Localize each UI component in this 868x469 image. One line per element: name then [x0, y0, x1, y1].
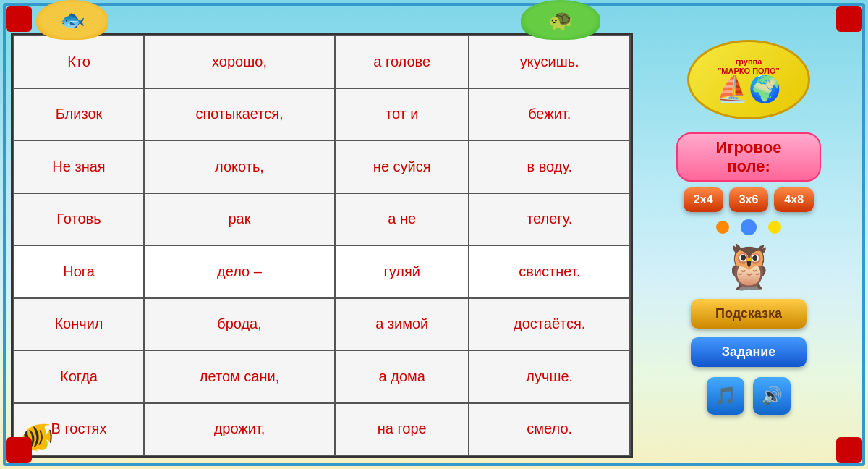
table-cell[interactable]: дрожит, — [144, 403, 335, 456]
table-cell[interactable]: а не — [335, 193, 469, 246]
game-field-label: Игровое поле: — [676, 132, 821, 182]
grid-btn-4x8[interactable]: 4х8 — [774, 187, 814, 212]
top-character-left: 🐟 — [36, 0, 109, 40]
corner-top-right — [836, 6, 862, 32]
volume-icon: 🔊 — [761, 386, 783, 406]
top-character-right: 🐢 — [521, 0, 600, 40]
volume-button[interactable]: 🔊 — [753, 377, 791, 415]
dot-orange — [716, 221, 729, 234]
table-row: Не знаялокоть,не суйсяв воду. — [14, 140, 630, 193]
table-row: Ногадело –гуляйсвистнет. — [14, 245, 630, 298]
music-icon: 🎵 — [715, 386, 736, 406]
table-cell[interactable]: а голове — [335, 35, 469, 88]
table-cell[interactable]: Кончил — [14, 298, 144, 351]
table-row: Готовьрака нетелегу. — [14, 193, 630, 246]
table-cell[interactable]: хорошо, — [144, 35, 335, 88]
table-cell[interactable]: бежит. — [469, 88, 630, 141]
table-cell[interactable]: Кто — [14, 35, 144, 88]
grid-buttons-row: 2х4 3х6 4х8 — [684, 187, 814, 212]
table-cell[interactable]: свистнет. — [469, 245, 630, 298]
table-cell[interactable]: гуляй — [335, 245, 469, 298]
table-cell[interactable]: достаётся. — [469, 298, 630, 351]
main-container: Ктохорошо,а головеукусишь.Близокспотыкае… — [11, 33, 857, 458]
table-cell[interactable]: локоть, — [144, 140, 335, 193]
table-cell[interactable]: тот и — [335, 88, 469, 141]
table-row: Ктохорошо,а головеукусишь. — [14, 35, 630, 88]
task-button[interactable]: Задание — [691, 337, 807, 367]
corner-bottom-left — [6, 437, 32, 463]
table-cell[interactable]: рак — [144, 193, 335, 246]
table-cell[interactable]: летом сани, — [144, 350, 335, 403]
table-cell[interactable]: Нога — [14, 245, 144, 298]
table-row: Кончилброда,а зимойдостаётся. — [14, 298, 630, 351]
table-cell[interactable]: Не зная — [14, 140, 144, 193]
table-cell[interactable]: в воду. — [469, 140, 630, 193]
table-cell[interactable]: не суйся — [335, 140, 469, 193]
right-panel: группа "МАРКО ПОЛО" ⛵🌍 Игровое поле: 2х4… — [640, 33, 857, 458]
dot-blue — [741, 219, 757, 235]
table-cell[interactable]: Готовь — [14, 193, 144, 246]
table-cell[interactable]: дело – — [144, 245, 335, 298]
table-cell[interactable]: телегу. — [469, 193, 630, 246]
grid-btn-3x6[interactable]: 3х6 — [729, 187, 769, 212]
icon-buttons-row: 🎵 🔊 — [707, 377, 791, 415]
table-cell[interactable]: а зимой — [335, 298, 469, 351]
table-cell[interactable]: Когда — [14, 350, 144, 403]
grid-btn-2x4[interactable]: 2х4 — [684, 187, 723, 212]
table-row: В гостяхдрожит,на горесмело. — [14, 403, 630, 456]
music-button[interactable]: 🎵 — [707, 377, 744, 415]
logo-ship-icon: ⛵🌍 — [716, 76, 781, 102]
dots-decoration — [716, 219, 781, 235]
corner-bottom-right — [836, 437, 862, 463]
logo-ellipse: группа "МАРКО ПОЛО" ⛵🌍 — [687, 40, 810, 119]
corner-top-left — [6, 6, 32, 32]
table-cell[interactable]: на горе — [335, 403, 469, 456]
logo-area: группа "МАРКО ПОЛО" ⛵🌍 — [684, 33, 814, 127]
dot-yellow — [768, 221, 781, 234]
table-row: Когдалетом сани,а домалучше. — [14, 350, 630, 403]
table-cell[interactable]: Близок — [14, 88, 144, 141]
table-cell[interactable]: а дома — [335, 350, 469, 403]
table-cell[interactable]: укусишь. — [469, 35, 630, 88]
table-cell[interactable]: лучше. — [469, 350, 630, 403]
table-cell[interactable]: брода, — [144, 298, 335, 351]
game-table: Ктохорошо,а головеукусишь.Близокспотыкае… — [13, 35, 631, 456]
table-area: Ктохорошо,а головеукусишь.Близокспотыкае… — [11, 33, 633, 458]
table-cell[interactable]: спотыкается, — [144, 88, 335, 141]
table-cell[interactable]: смело. — [469, 403, 630, 456]
owl-character: 🦉 — [722, 245, 776, 289]
hint-button[interactable]: Подсказка — [691, 299, 807, 329]
table-row: Близокспотыкается,тот ибежит. — [14, 88, 630, 141]
